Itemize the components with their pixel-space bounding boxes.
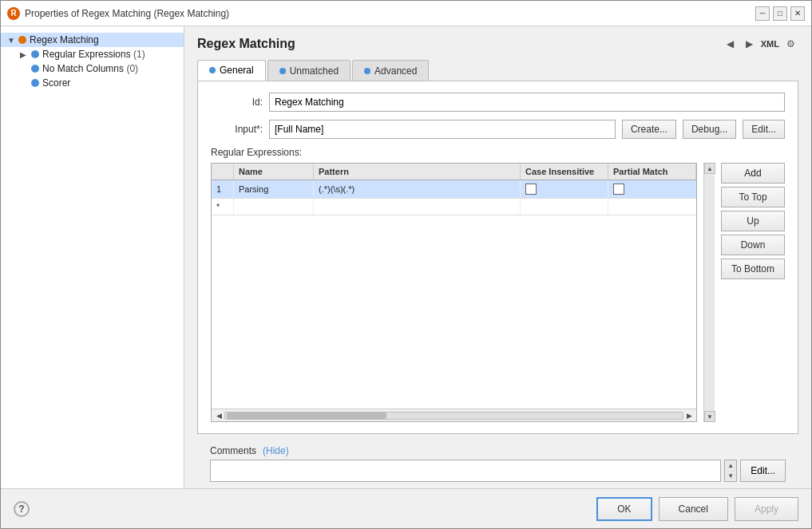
id-row: Id: xyxy=(211,93,785,112)
comments-label-text: Comments xyxy=(210,445,256,456)
sidebar-item-nmc-label: No Match Columns (0) xyxy=(42,63,138,74)
forward-arrow-button[interactable]: ▶ xyxy=(742,36,758,52)
comments-input-row: ▲ ▼ Edit... xyxy=(210,460,786,482)
tree-dot-scorer-icon xyxy=(31,79,39,87)
title-bar: R Properties of Regex Matching (Regex Ma… xyxy=(1,1,811,26)
tab-unmatched[interactable]: Unmatched xyxy=(267,60,351,81)
partial-checkbox-1[interactable] xyxy=(613,184,624,195)
case-checkbox-1[interactable] xyxy=(525,184,537,195)
up-button[interactable]: Up xyxy=(721,211,785,231)
main-content: ▼ Regex Matching ▶ Regular Expressions (… xyxy=(1,26,811,488)
cancel-button[interactable]: Cancel xyxy=(659,497,728,521)
table-container: Name Pattern Case Insensitive Partial Ma… xyxy=(211,163,785,422)
table-side-buttons: Add To Top Up Down To Bottom xyxy=(721,163,785,422)
tabs-row: General Unmatched Advanced xyxy=(197,60,798,81)
tab-advanced[interactable]: Advanced xyxy=(352,60,429,81)
maximize-button[interactable]: □ xyxy=(773,6,787,21)
comments-label-row: Comments (Hide) xyxy=(210,445,786,456)
xml-label[interactable]: XML xyxy=(761,39,779,49)
tab-dot-advanced xyxy=(364,68,370,74)
cell-name-new[interactable] xyxy=(234,199,314,215)
sidebar-item-scorer-label: Scorer xyxy=(42,77,70,89)
create-button[interactable]: Create... xyxy=(622,120,676,139)
cell-case-new[interactable] xyxy=(521,199,608,215)
sidebar-item-regex-matching[interactable]: ▼ Regex Matching xyxy=(1,33,184,47)
cell-pattern-1[interactable]: (.*)(\s)(.*) xyxy=(314,180,521,198)
main-window: R Properties of Regex Matching (Regex Ma… xyxy=(0,0,812,529)
tree-arrow-re: ▶ xyxy=(20,50,28,59)
tree-dot-nmc-icon xyxy=(31,65,39,73)
down-button[interactable]: Down xyxy=(721,235,785,255)
cell-pattern-new[interactable] xyxy=(314,199,521,215)
comments-spinner[interactable]: ▲ ▼ xyxy=(724,460,737,482)
comments-spin-down[interactable]: ▼ xyxy=(725,471,736,481)
bottom-bar: ? OK Cancel Apply xyxy=(1,488,811,528)
regex-section-label: Regular Expressions: xyxy=(211,147,785,158)
table-row[interactable]: 1 Parsing (.*)(\s)(.*) xyxy=(212,180,696,199)
comments-section: Comments (Hide) ▲ ▼ Edit... xyxy=(197,440,798,488)
col-header-case: Case Insensitive xyxy=(521,164,608,180)
id-input[interactable] xyxy=(269,93,785,112)
tab-advanced-label: Advanced xyxy=(374,65,417,77)
comments-hide-link[interactable]: (Hide) xyxy=(263,445,289,456)
panel-title-row: Regex Matching ◀ ▶ XML ⚙ xyxy=(197,36,798,52)
right-panel: Regex Matching ◀ ▶ XML ⚙ General Unmatch… xyxy=(184,26,811,488)
sidebar-item-label: Regex Matching xyxy=(30,34,99,45)
sidebar-item-re-label: Regular Expressions (1) xyxy=(42,49,145,60)
comments-edit-button[interactable]: Edit... xyxy=(740,460,786,482)
ok-button[interactable]: OK xyxy=(596,497,652,521)
vscroll-track[interactable] xyxy=(704,174,715,411)
minimize-button[interactable]: ─ xyxy=(755,6,770,21)
sidebar-item-regular-expressions[interactable]: ▶ Regular Expressions (1) xyxy=(1,47,184,61)
cell-case-1[interactable] xyxy=(521,180,608,198)
back-arrow-button[interactable]: ◀ xyxy=(723,36,739,52)
tab-general[interactable]: General xyxy=(197,60,266,81)
table-row-new[interactable]: * xyxy=(212,199,696,215)
cell-partial-1[interactable] xyxy=(608,180,696,198)
panel-title-text: Regex Matching xyxy=(197,37,295,51)
vscrollbar[interactable]: ▲ ▼ xyxy=(703,163,715,422)
regex-table: Name Pattern Case Insensitive Partial Ma… xyxy=(211,163,697,422)
comments-input[interactable] xyxy=(210,460,721,482)
tab-general-label: General xyxy=(220,65,254,76)
tab-dot-general xyxy=(209,67,216,73)
scroll-left-arrow[interactable]: ◀ xyxy=(213,410,224,421)
comments-spin-up[interactable]: ▲ xyxy=(725,460,736,471)
panel-title-icons: ◀ ▶ XML ⚙ xyxy=(723,36,798,52)
app-icon: R xyxy=(7,7,20,20)
cell-row-num-1: 1 xyxy=(212,180,234,198)
form-panel: Id: Input*: Create... Debug... Edit... R… xyxy=(197,81,798,434)
table-body[interactable]: 1 Parsing (.*)(\s)(.*) xyxy=(212,180,696,409)
window-title: Properties of Regex Matching (Regex Matc… xyxy=(25,8,229,19)
cell-name-1[interactable]: Parsing xyxy=(234,180,314,198)
add-button[interactable]: Add xyxy=(721,163,785,184)
input-field[interactable] xyxy=(269,120,616,139)
hscrollbar-thumb[interactable] xyxy=(227,413,386,419)
gear-icon-button[interactable]: ⚙ xyxy=(782,36,798,52)
vscroll-up-arrow[interactable]: ▲ xyxy=(704,163,715,174)
apply-button[interactable]: Apply xyxy=(735,497,798,521)
window-controls: ─ □ ✕ xyxy=(755,6,805,21)
id-label: Id: xyxy=(211,97,263,108)
to-top-button[interactable]: To Top xyxy=(721,187,785,207)
col-header-partial: Partial Match xyxy=(608,164,696,180)
tree-dot-re-icon xyxy=(31,50,39,58)
hscrollbar[interactable] xyxy=(224,412,683,420)
debug-button[interactable]: Debug... xyxy=(683,120,736,139)
tree-arrow-nmc xyxy=(20,65,28,73)
vscroll-down-arrow[interactable]: ▼ xyxy=(704,411,715,422)
col-header-pattern: Pattern xyxy=(314,164,521,180)
tab-unmatched-label: Unmatched xyxy=(290,65,339,77)
col-header-num xyxy=(212,164,234,180)
scroll-right-arrow[interactable]: ▶ xyxy=(683,410,695,421)
sidebar-item-scorer[interactable]: Scorer xyxy=(1,76,184,90)
edit-input-button[interactable]: Edit... xyxy=(743,120,785,139)
sidebar-item-no-match-columns[interactable]: No Match Columns (0) xyxy=(1,61,184,76)
to-bottom-button[interactable]: To Bottom xyxy=(721,259,785,279)
cell-partial-new[interactable] xyxy=(608,199,696,215)
tab-dot-unmatched xyxy=(279,68,286,74)
close-button[interactable]: ✕ xyxy=(790,6,805,21)
title-bar-left: R Properties of Regex Matching (Regex Ma… xyxy=(7,7,229,20)
tree-arrow-scorer xyxy=(20,79,28,88)
help-button[interactable]: ? xyxy=(14,501,30,517)
